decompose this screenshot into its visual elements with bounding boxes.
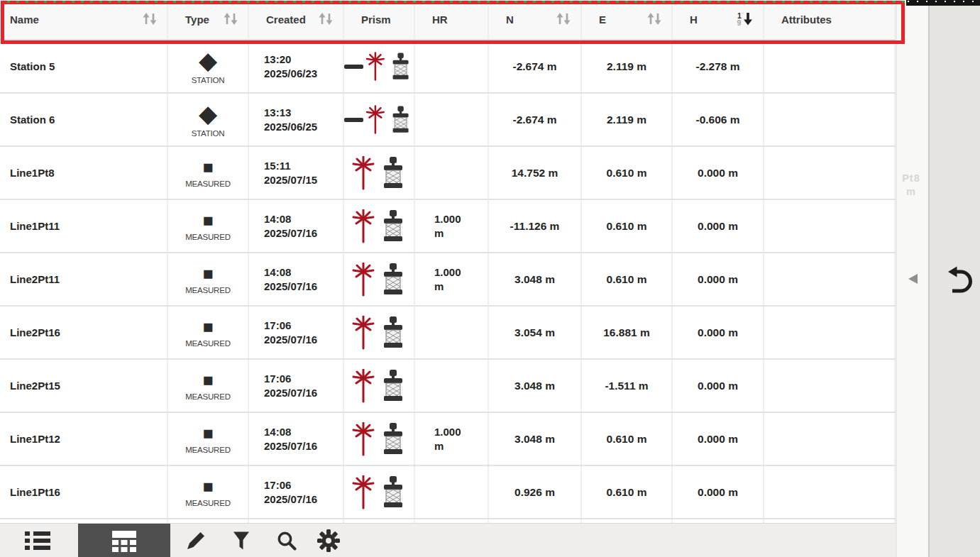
column-header-h[interactable]: H 1 9 <box>673 0 764 39</box>
cell-attributes <box>764 360 896 412</box>
cell-name: Line1Pt16 <box>0 466 168 518</box>
type-label: STATION <box>192 76 225 84</box>
cell-hr <box>415 40 489 92</box>
e-value: -1.511 m <box>605 380 648 392</box>
cell-easting: -1.511 m <box>582 360 673 412</box>
created-time: 17:06 <box>264 319 291 333</box>
created-time: 14:08 <box>264 265 291 280</box>
column-label: Name <box>10 13 39 26</box>
column-header-hr[interactable]: HR 1 9 <box>415 0 489 39</box>
cell-name: Station 5 <box>0 40 168 92</box>
ghost-point-name: Pt8 <box>891 172 931 185</box>
cell-type: ◆ ■ MEASURED <box>168 360 249 412</box>
table-view-button[interactable] <box>78 524 170 557</box>
reflectorless-laser-icon <box>349 369 378 403</box>
h-value: -0.606 m <box>695 114 739 126</box>
column-header-n[interactable]: N 1 9 <box>489 0 582 39</box>
points-table: Name 1 9 Type <box>0 0 896 523</box>
reflectorless-laser-icon <box>349 263 378 297</box>
reflectorless-laser-icon <box>349 422 378 456</box>
filter-button[interactable] <box>221 524 261 557</box>
table-row[interactable]: Line1Pt11 ◆ ■ MEASURED 14:08 2025/07/16 <box>0 200 896 253</box>
cell-prism <box>344 40 415 92</box>
cell-attributes <box>764 413 896 465</box>
list-view-button[interactable] <box>18 524 57 557</box>
hr-value: 1.000 m <box>434 425 461 453</box>
cell-northing: -2.674 m <box>489 40 582 92</box>
table-row[interactable]: Station 6 ◆ ■ STATION 13:13 2025/06/25 <box>0 94 896 147</box>
e-value: 0.610 m <box>607 273 647 286</box>
sort-updown-icon <box>646 12 663 28</box>
edit-icon <box>185 530 207 551</box>
h-value: 0.000 m <box>698 220 738 233</box>
column-header-e[interactable]: E 1 9 <box>582 0 673 39</box>
type-label: MEASURED <box>185 233 231 241</box>
prism-360-icon <box>378 156 409 190</box>
cell-hr <box>415 360 489 412</box>
cell-type: ◆ ■ MEASURED <box>168 253 249 305</box>
cell-created: 15:11 2025/07/15 <box>249 147 344 199</box>
table-row[interactable]: Line2Pt15 ◆ ■ MEASURED 17:06 2025/07/16 <box>0 360 896 413</box>
type-label: MEASURED <box>185 499 231 507</box>
cell-easting: 0.610 m <box>582 200 673 252</box>
cell-name: Line1Pt11 <box>0 200 168 252</box>
ghost-point-unit: m <box>891 185 931 199</box>
column-header-prism[interactable]: Prism 1 9 <box>344 0 415 39</box>
created-time: 15:11 <box>264 159 291 173</box>
table-row[interactable]: Line1Pt12 ◆ ■ MEASURED 14:08 2025/07/16 <box>0 413 896 466</box>
collapse-panel-arrow-icon[interactable] <box>908 274 918 284</box>
table-row[interactable]: Station 5 ◆ ■ STATION 13:20 2025/06/23 <box>0 40 896 94</box>
settings-button[interactable] <box>309 524 348 557</box>
edit-button[interactable] <box>176 524 216 557</box>
cell-northing: -11.126 m <box>489 200 582 252</box>
reflectorless-laser-icon <box>363 103 387 137</box>
column-header-type[interactable]: Type 1 9 <box>168 0 249 39</box>
undo-button[interactable] <box>945 265 974 296</box>
column-label: N <box>506 13 514 26</box>
table-row[interactable]: Line1Pt16 ◆ ■ MEASURED 17:06 2025/07/16 <box>0 466 896 519</box>
search-button[interactable] <box>267 524 307 557</box>
created-time: 13:13 <box>264 106 291 120</box>
reflectorless-laser-icon <box>349 209 378 243</box>
cell-northing: -2.674 m <box>489 94 582 145</box>
created-date: 2025/07/15 <box>264 173 317 187</box>
cell-created: 14:08 2025/07/16 <box>249 413 344 465</box>
column-header-created[interactable]: Created 1 9 <box>249 0 344 39</box>
table-row[interactable]: Line1Pt8 ◆ ■ MEASURED 15:11 2025/07/15 <box>0 147 896 200</box>
cell-height: 0.000 m <box>673 200 764 252</box>
cell-easting: 0.610 m <box>582 147 673 199</box>
created-time: 13:20 <box>264 53 291 67</box>
cell-type: ◆ ■ MEASURED <box>168 147 249 199</box>
column-header-attributes[interactable]: Attributes 1 9 <box>764 0 896 39</box>
cell-name: Station 6 <box>0 94 168 145</box>
h-value: 0.000 m <box>698 433 738 446</box>
type-label: MEASURED <box>185 446 231 454</box>
cell-created: 14:08 2025/07/16 <box>249 200 344 252</box>
n-value: 14.752 m <box>512 167 558 180</box>
point-name: Line1Pt16 <box>10 486 60 498</box>
cell-northing: 14.752 m <box>489 147 582 199</box>
cell-attributes <box>764 253 896 305</box>
point-name: Line1Pt12 <box>10 433 60 445</box>
cell-easting: 16.881 m <box>582 307 673 358</box>
h-value: 0.000 m <box>698 326 738 339</box>
cell-height: -0.606 m <box>673 94 764 145</box>
settings-icon <box>316 529 341 553</box>
no-prism-dash-icon <box>344 65 363 69</box>
column-header-name[interactable]: Name 1 9 <box>0 0 168 39</box>
created-date: 2025/07/16 <box>264 439 317 453</box>
e-value: 16.881 m <box>603 326 650 339</box>
cell-easting: 2.119 m <box>582 40 673 92</box>
cell-height: 0.000 m <box>673 147 764 199</box>
reflectorless-laser-icon <box>349 316 378 350</box>
cell-attributes <box>764 94 896 145</box>
n-value: -11.126 m <box>510 220 560 233</box>
prism-360-icon <box>378 422 409 456</box>
table-row[interactable]: Line2Pt11 ◆ ■ MEASURED 14:08 2025/07/16 <box>0 253 896 307</box>
top-edge-bar <box>906 0 980 6</box>
created-time: 14:08 <box>264 212 291 226</box>
hr-value: 1.000 m <box>434 212 461 241</box>
column-label: HR <box>432 13 448 26</box>
n-value: 3.048 m <box>514 273 555 286</box>
table-row[interactable]: Line2Pt16 ◆ ■ MEASURED 17:06 2025/07/16 <box>0 307 896 360</box>
